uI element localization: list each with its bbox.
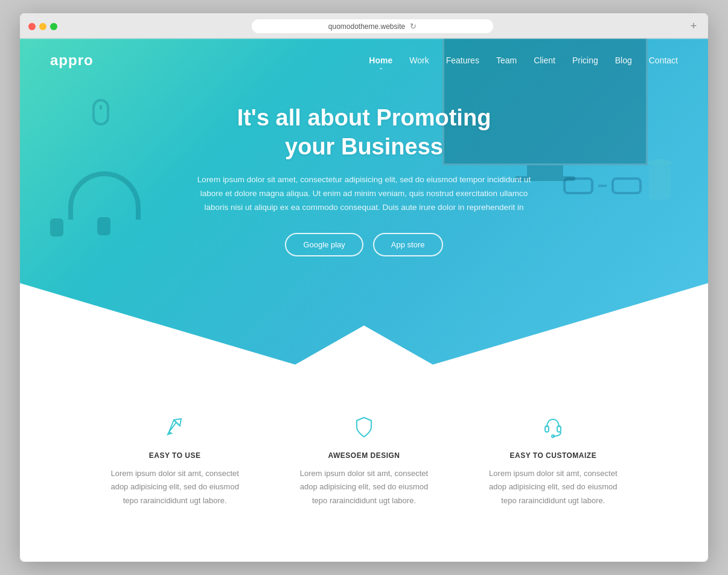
feature-title-awesome-design: AWESOEM DESIGN [293, 451, 434, 460]
nav-link-pricing[interactable]: Pricing [572, 56, 598, 65]
nav-item-blog[interactable]: Blog [615, 55, 632, 66]
nav-link-work[interactable]: Work [409, 56, 429, 65]
hero-section: appro Home ⌄ Work Features Team [20, 39, 708, 364]
hero-buttons: Google play App store [32, 233, 696, 256]
new-tab-button[interactable]: + [688, 21, 700, 33]
website-content: appro Home ⌄ Work Features Team [20, 39, 708, 561]
close-button[interactable] [28, 23, 36, 30]
browser-traffic-lights [28, 23, 57, 30]
nav-item-team[interactable]: Team [496, 55, 517, 66]
feature-easy-to-use: EASY TO USE Lorem ipsum dolor sit amt, c… [92, 407, 257, 513]
nav-link-team[interactable]: Team [496, 56, 517, 65]
maximize-button[interactable] [50, 23, 57, 30]
nav-link-contact[interactable]: Contact [649, 56, 678, 65]
feature-desc-awesome-design: Lorem ipsum dolor sit amt, consectet ado… [293, 467, 434, 507]
hero-subtitle: Lorem ipsum dolor sit amet, consectetur … [195, 173, 533, 215]
nav-item-pricing[interactable]: Pricing [572, 55, 598, 66]
pen-tool-icon [161, 413, 190, 442]
nav-link-client[interactable]: Client [534, 56, 555, 65]
navbar: appro Home ⌄ Work Features Team [20, 39, 708, 80]
hero-title: It's all about Promoting your Business [32, 104, 696, 161]
nav-item-work[interactable]: Work [409, 55, 429, 66]
nav-links: Home ⌄ Work Features Team Client [369, 55, 678, 66]
nav-link-blog[interactable]: Blog [615, 56, 632, 65]
feature-desc-easy-to-customize: Lorem ipsum dolor sit amt, consectet ado… [483, 467, 624, 507]
app-store-button[interactable]: App store [373, 233, 443, 256]
feature-awesome-design: AWESOEM DESIGN Lorem ipsum dolor sit amt… [281, 407, 446, 513]
nav-active-indicator: ⌄ [378, 64, 383, 71]
google-play-button[interactable]: Google play [285, 233, 363, 256]
feature-title-easy-to-customize: EASY TO CUSTOMAIZE [483, 451, 624, 460]
nav-item-contact[interactable]: Contact [649, 55, 678, 66]
feature-desc-easy-to-use: Lorem ipsum dolor sit amt, consectet ado… [104, 467, 245, 507]
address-bar-wrap: quomodotheme.website ↻ [63, 19, 682, 33]
feature-title-easy-to-use: EASY TO USE [104, 451, 245, 460]
nav-item-features[interactable]: Features [446, 55, 479, 66]
refresh-icon[interactable]: ↻ [410, 22, 417, 31]
feature-easy-to-customize: EASY TO CUSTOMAIZE Lorem ipsum dolor sit… [471, 407, 636, 513]
features-section: EASY TO USE Lorem ipsum dolor sit amt, c… [20, 364, 708, 561]
hero-content: It's all about Promoting your Business L… [20, 80, 708, 275]
headset-icon [538, 413, 567, 442]
hero-title-line2: your Business [285, 134, 443, 159]
hero-title-line1: It's all about Promoting [237, 105, 491, 130]
nav-item-client[interactable]: Client [534, 55, 555, 66]
features-grid: EASY TO USE Lorem ipsum dolor sit amt, c… [92, 407, 636, 513]
logo[interactable]: appro [50, 52, 94, 69]
address-bar[interactable]: quomodotheme.website ↻ [252, 19, 493, 33]
minimize-button[interactable] [39, 23, 46, 30]
nav-link-features[interactable]: Features [446, 56, 479, 65]
browser-window: quomodotheme.website ↻ + [20, 13, 708, 561]
shield-icon [350, 413, 378, 442]
browser-chrome: quomodotheme.website ↻ + [20, 13, 708, 39]
nav-item-home[interactable]: Home ⌄ [369, 55, 392, 66]
url-text: quomodotheme.website [328, 22, 405, 31]
